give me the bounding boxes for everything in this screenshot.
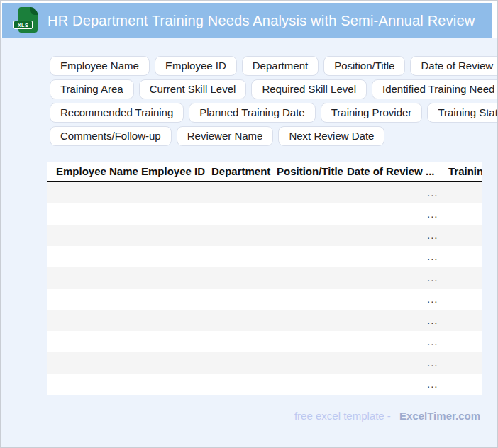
table-row: ... (47, 267, 482, 289)
field-chip: Planned Training Date (189, 103, 315, 123)
table-row: ... (47, 246, 482, 267)
chip-row: Employee NameEmployee IDDepartmentPositi… (50, 56, 498, 76)
table-row: ... (47, 289, 482, 310)
template-preview-page: XLS HR Department Training Needs Analysi… (0, 0, 498, 448)
field-chip: Identified Training Need (372, 79, 498, 99)
row-ellipsis: ... (427, 331, 438, 352)
table-row: ... (47, 352, 482, 374)
table-row: ... (47, 182, 482, 203)
field-chip: Comments/Follow-up (50, 126, 172, 146)
footer-tagline: free excel template - (294, 410, 391, 422)
row-ellipsis: ... (427, 225, 438, 246)
table-header-row: Employee NameEmployee IDDepartmentPositi… (47, 162, 482, 182)
chip-row: Recommended TrainingPlanned Training Dat… (50, 103, 498, 123)
file-icon-fold (30, 7, 38, 15)
field-chip: Date of Review (410, 56, 498, 76)
row-ellipsis: ... (427, 310, 438, 331)
row-ellipsis: ... (427, 203, 438, 225)
table-body: .............................. (47, 182, 482, 395)
row-ellipsis: ... (427, 182, 438, 203)
row-ellipsis: ... (427, 267, 438, 289)
header-bar: XLS HR Department Training Needs Analysi… (2, 3, 492, 38)
table-column-header: Training (448, 165, 482, 177)
chip-row: Comments/Follow-upReviewer NameNext Revi… (50, 126, 498, 146)
field-chip: Training Area (50, 79, 134, 99)
footer: free excel template - ExcelTimer.com (294, 410, 480, 422)
field-chip: Next Review Date (278, 126, 384, 146)
field-chip: Employee ID (155, 56, 237, 76)
table-row: ... (47, 225, 482, 246)
field-chip-list: Employee NameEmployee IDDepartmentPositi… (50, 56, 498, 146)
field-chip: Training Status (427, 103, 498, 123)
chip-row: Training AreaCurrent Skill LevelRequired… (50, 79, 498, 99)
table-row: ... (47, 374, 482, 395)
table-column-header: Department (211, 165, 277, 177)
field-chip: Recommended Training (50, 103, 184, 123)
field-chip: Reviewer Name (177, 126, 274, 146)
field-chip: Department (242, 56, 319, 76)
field-chip: Current Skill Level (139, 79, 247, 99)
table-column-header: Employee Name (56, 165, 141, 177)
field-chip: Position/Title (323, 56, 405, 76)
row-ellipsis: ... (427, 374, 438, 395)
field-chip: Training Provider (321, 103, 423, 123)
xls-file-icon: XLS (13, 7, 38, 34)
table-row: ... (47, 203, 482, 225)
row-ellipsis: ... (427, 289, 438, 310)
table-column-header: Position/Title (277, 165, 347, 177)
table-column-header: Date of Review (347, 165, 426, 177)
xls-icon-label: XLS (13, 21, 33, 29)
row-ellipsis: ... (427, 246, 438, 267)
field-chip: Employee Name (50, 56, 150, 76)
footer-brand-link[interactable]: ExcelTimer.com (399, 410, 480, 422)
preview-table: Employee NameEmployee IDDepartmentPositi… (47, 162, 482, 395)
page-title: HR Department Training Needs Analysis wi… (48, 13, 475, 29)
table-column-header: Employee ID (141, 165, 211, 177)
field-chip: Required Skill Level (251, 79, 367, 99)
table-row: ... (47, 331, 482, 352)
table-column-header: ... (426, 165, 448, 177)
row-ellipsis: ... (427, 352, 438, 374)
table-row: ... (47, 310, 482, 331)
